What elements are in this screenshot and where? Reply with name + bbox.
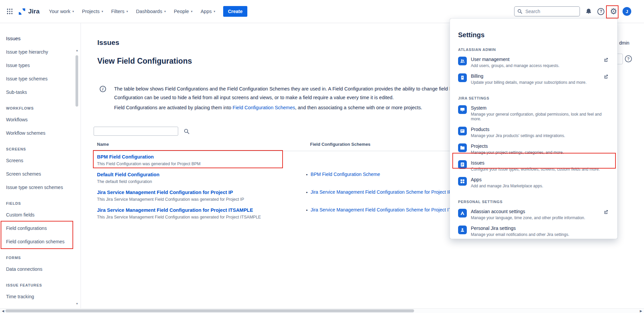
field-configuration-link[interactable]: Jira Service Management Field Configurat…	[97, 207, 253, 213]
settings-item-description: Add and manage Jira Marketplace apps.	[471, 184, 609, 188]
sidebar-item-workflows[interactable]: Workflows	[0, 113, 81, 126]
filter-input[interactable]	[94, 127, 178, 136]
nav-your-work[interactable]: Your work▾	[46, 6, 77, 17]
nav-projects[interactable]: Projects▾	[79, 6, 106, 17]
settings-item-label: User management	[471, 57, 600, 62]
help-icon[interactable]: ?	[597, 8, 604, 15]
global-search-input[interactable]	[514, 6, 580, 16]
topbar-right-cluster: ? ⚙ J	[514, 6, 631, 16]
nav-filters[interactable]: Filters▾	[108, 6, 131, 17]
jira-admin-page: Jira Your work▾ Projects▾ Filters▾ Dashb…	[0, 0, 644, 313]
scroll-down-arrow-icon[interactable]: ▼	[75, 302, 79, 306]
field-configuration-description: This Field Configuration was generated f…	[97, 162, 305, 166]
user-management-icon	[458, 57, 467, 65]
field-configuration-link[interactable]: Default Field Configuration	[97, 172, 159, 177]
page-help-icon[interactable]: ?	[625, 55, 632, 62]
sidebar-item-issue-type-schemes[interactable]: Issue type schemes	[0, 72, 81, 85]
sidebar-title: Issues	[6, 35, 81, 42]
field-configuration-description: The default field configuration	[97, 179, 305, 184]
name-cell: Jira Service Management Field Configurat…	[94, 207, 305, 220]
settings-item-label: Personal Jira settings	[471, 226, 609, 231]
settings-item-description: Manage your email notifications and othe…	[471, 232, 609, 237]
sidebar-heading-forms: FORMS	[0, 256, 81, 261]
nav-apps[interactable]: Apps▾	[197, 6, 219, 17]
settings-dropdown: Settings ATLASSIAN ADMIN User management…	[450, 18, 617, 239]
user-avatar[interactable]: J	[623, 7, 631, 16]
personal-settings-icon	[458, 226, 467, 234]
name-cell: Default Field Configuration The default …	[94, 172, 305, 184]
jira-logo[interactable]: Jira	[18, 8, 40, 15]
settings-item-user-management[interactable]: User management Add users, groups, and m…	[458, 54, 609, 71]
settings-item-personal-jira-settings[interactable]: Personal Jira settings Manage your email…	[458, 223, 609, 240]
sidebar-heading-fields: FIELDS	[0, 201, 81, 207]
external-link-icon	[603, 209, 608, 216]
app-switcher-icon[interactable]	[6, 8, 13, 15]
jira-logo-icon	[18, 8, 26, 15]
settings-heading-atlassian-admin: ATLASSIAN ADMIN	[458, 48, 609, 52]
settings-heading-jira-settings: JIRA SETTINGS	[458, 96, 609, 101]
settings-item-issues[interactable]: Issues Configure your issue types, workf…	[458, 158, 609, 174]
field-configuration-description: This Jira Service Management Field Confi…	[97, 197, 305, 202]
notifications-bell-icon[interactable]	[585, 8, 592, 15]
sidebar-item-field-configurations[interactable]: Field configurations	[0, 222, 81, 235]
settings-item-atlassian-account-settings[interactable]: Atlassian account settings Manage your l…	[458, 206, 609, 223]
create-button[interactable]: Create	[223, 6, 247, 17]
sidebar-item-issue-type-screen-schemes[interactable]: Issue type screen schemes	[0, 181, 81, 194]
settings-item-description: Add users, groups, and manage access req…	[471, 63, 600, 68]
settings-item-description: Manage your general configuration, globa…	[471, 112, 609, 121]
scroll-right-arrow-icon[interactable]: ▶	[639, 309, 643, 313]
sidebar-item-custom-fields[interactable]: Custom fields	[0, 208, 81, 222]
sidebar-item-screen-schemes[interactable]: Screen schemes	[0, 167, 81, 181]
horizontal-scrollbar: ◀ ▶	[0, 308, 644, 313]
sidebar-item-workflow-schemes[interactable]: Workflow schemes	[0, 126, 81, 140]
chevron-down-icon: ▾	[164, 10, 166, 13]
partial-admin-text: dmin	[619, 40, 629, 46]
intro-line-2: Configuration can be used to hide a fiel…	[114, 93, 488, 102]
sidebar-heading-issue-features: ISSUE FEATURES	[0, 283, 81, 289]
sidebar-item-data-connections[interactable]: Data connections	[0, 262, 81, 276]
projects-icon	[458, 143, 467, 152]
scheme-link[interactable]: Jira Service Management Field Configurat…	[311, 189, 452, 195]
settings-item-system[interactable]: System Manage your general configuration…	[458, 103, 609, 124]
nav-dashboards[interactable]: Dashboards▾	[133, 6, 169, 17]
sidebar-item-screens[interactable]: Screens	[0, 154, 81, 167]
sidebar-item-field-configuration-schemes[interactable]: Field configuration schemes	[0, 235, 81, 248]
settings-item-description: Manage your project settings, categories…	[471, 150, 609, 155]
primary-nav: Your work▾ Projects▾ Filters▾ Dashboards…	[46, 6, 218, 17]
intro-text: The table below shows Field Configuratio…	[114, 84, 488, 112]
settings-gear-icon[interactable]: ⚙	[610, 7, 617, 15]
bullet: •	[306, 172, 308, 177]
scroll-up-arrow-icon[interactable]: ▲	[75, 49, 79, 52]
filter-search-icon[interactable]	[184, 128, 190, 134]
intro-paragraph-2: Field Configurations are activated by pl…	[114, 103, 488, 112]
name-cell: BPM Field Configuration This Field Confi…	[94, 154, 305, 166]
settings-item-apps[interactable]: Apps Add and manage Jira Marketplace app…	[458, 174, 609, 191]
nav-people[interactable]: People▾	[170, 6, 196, 17]
settings-item-label: Atlassian account settings	[471, 209, 600, 214]
sidebar-scrollbar-thumb[interactable]	[76, 55, 78, 107]
field-configuration-schemes-link[interactable]: Field Configuration Schemes	[233, 105, 295, 110]
sidebar-item-sub-tasks[interactable]: Sub-tasks	[0, 85, 81, 99]
scheme-link[interactable]: BPM Field Configuration Scheme	[311, 172, 380, 177]
field-configuration-link[interactable]: BPM Field Configuration	[97, 154, 154, 160]
sidebar-heading-workflows: WORKFLOWS	[0, 106, 81, 112]
bullet: •	[306, 208, 308, 213]
sidebar-item-issue-type-hierarchy[interactable]: Issue type hierarchy	[0, 45, 81, 59]
info-icon: i	[100, 86, 106, 92]
sidebar-scrollbar: ▲ ▼	[75, 49, 79, 306]
settings-item-label: Products	[471, 127, 609, 132]
field-configuration-link[interactable]: Jira Service Management Field Configurat…	[97, 190, 233, 195]
sidebar-item-time-tracking[interactable]: Time tracking	[0, 290, 81, 303]
sidebar-item-issue-types[interactable]: Issue types	[0, 59, 81, 72]
settings-item-billing[interactable]: Billing Update your billing details, man…	[458, 71, 609, 87]
settings-item-projects[interactable]: Projects Manage your project settings, c…	[458, 141, 609, 158]
scheme-link[interactable]: Jira Service Management Field Configurat…	[311, 207, 470, 212]
global-search	[514, 6, 580, 16]
horizontal-scrollbar-thumb[interactable]	[5, 309, 414, 312]
chevron-down-icon: ▾	[214, 10, 215, 13]
chevron-down-icon: ▾	[72, 10, 74, 13]
settings-item-products[interactable]: Products Manage your Jira products' sett…	[458, 124, 609, 141]
billing-icon	[458, 73, 467, 82]
jira-logo-text: Jira	[28, 8, 40, 15]
scroll-left-arrow-icon[interactable]: ◀	[1, 309, 5, 313]
